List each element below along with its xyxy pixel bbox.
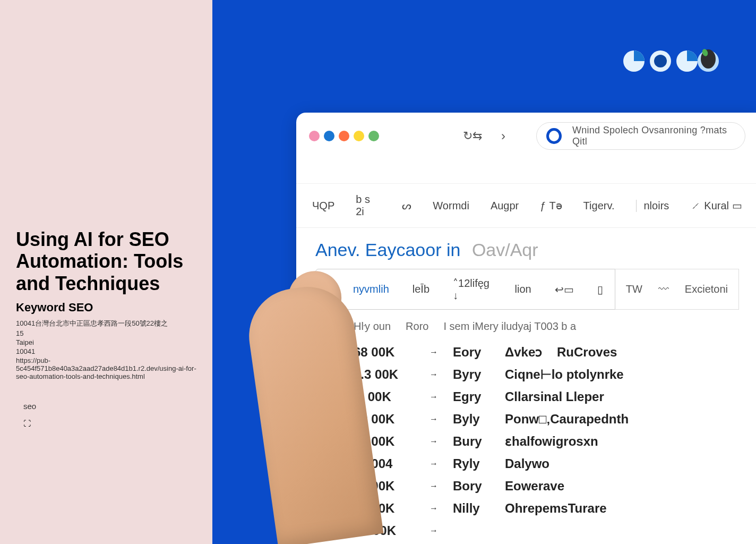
tab-item[interactable]: b s 2i	[356, 193, 381, 218]
row-count: 32 00K	[354, 434, 415, 449]
address-line-1: 10041台灣台北市中正區忠孝西路一段50號22樓之	[16, 319, 196, 328]
row-desc: Dalywo	[505, 456, 549, 471]
left-sidebar: Using AI for SEO Automation: Tools and T…	[0, 0, 212, 544]
table-row[interactable]: 80 00K→BylyPonw□‚Caurapednth	[354, 408, 739, 430]
tab-item[interactable]: nloirs	[636, 200, 669, 212]
tab-item[interactable]: Wormdi	[433, 200, 469, 212]
row-desc: ɛhalfowigrosxn	[505, 434, 598, 449]
row-count: 8E 00K	[354, 523, 415, 538]
tab-item[interactable]: ƒ Tə	[540, 199, 562, 212]
svg-point-0	[654, 55, 667, 67]
filter-tw[interactable]: TW	[626, 283, 642, 295]
row-count: 80 00K	[354, 412, 415, 427]
row-count: 80 00K	[354, 501, 415, 516]
filter-segment[interactable]: ˄12lifęg ↓	[441, 269, 503, 309]
arrow-icon: →	[429, 370, 438, 379]
address-zip: 10041	[16, 347, 196, 355]
row-mid: Nilly	[453, 501, 490, 516]
tabs-row: ЧQP b s 2i ᔕ Wormdi Augpr ƒ Tə Tigerv. n…	[296, 184, 756, 228]
page-subtitle: Keyword SEO	[16, 301, 196, 314]
arrow-icon: →	[429, 504, 438, 513]
tab-item[interactable]: ⟋ Kural ▭	[690, 199, 742, 212]
row-desc: RuCroves	[557, 345, 617, 360]
dot-icon	[368, 131, 379, 141]
arrow-icon: →	[429, 414, 438, 424]
row-mid: Ryly	[453, 456, 490, 471]
filter-segment[interactable]: nyvmlih	[316, 276, 401, 303]
titlebar: ↻⇆ › Wnind Spolech Ovsanroning ?mats Qit…	[296, 113, 756, 159]
table-row[interactable]: 32 00K→Buryɛhalfowigrosxn	[354, 430, 739, 453]
table-row[interactable]: 68 00K→EoryΔvkeɔRuCroves	[354, 341, 739, 363]
row-desc: OhrepemsTurare	[505, 501, 607, 516]
row-mid: Byly	[453, 412, 490, 427]
row-count: 17 004	[354, 456, 415, 471]
arrow-icon: →	[429, 526, 438, 536]
filter-segment-icon[interactable]: ↩▭	[543, 276, 586, 303]
filter-main: nyvmlih leĪb ˄12lifęg ↓ lion ↩▭ ▯	[315, 269, 615, 310]
address-line-2: 15	[16, 329, 196, 337]
browser-window: ↻⇆ › Wnind Spolech Ovsanroning ?mats Qit…	[296, 113, 756, 544]
logo-row	[618, 45, 724, 77]
filter-segment[interactable]: lion	[503, 276, 543, 303]
arrow-icon: →	[429, 392, 438, 402]
row-mid: Bory	[453, 479, 490, 494]
filter-icon[interactable]: 〰	[658, 283, 669, 295]
arrow-icon: →	[429, 459, 438, 469]
tab-item[interactable]: Augpr	[491, 200, 519, 212]
expand-icon[interactable]: ⛶	[23, 419, 196, 428]
row-count: 32 00K	[354, 479, 415, 494]
arrow-icon: →	[429, 481, 438, 491]
data-list: 68 00K→EoryΔvkeɔRuCroves1.3 00K→ByryCiqn…	[296, 338, 756, 544]
tab-item[interactable]: ЧQP	[312, 200, 334, 212]
table-row[interactable]: 1.3 00K→ByryCiqne⊢lo ptolynrke	[354, 363, 739, 386]
traffic-lights	[309, 131, 379, 141]
heading-primary: Anev. Еaycaoor in	[315, 240, 460, 260]
table-row[interactable]: 32 00K→BoryEowerave	[354, 475, 739, 497]
col-header: Hŀy oun	[354, 320, 391, 333]
dot-icon	[354, 131, 364, 141]
arrow-icon: →	[429, 347, 438, 357]
page-title: Using AI for SEO Automation: Tools and T…	[16, 228, 196, 294]
address-city: Taipei	[16, 338, 196, 346]
row-mid2: Δvkeɔ	[505, 345, 542, 360]
tab-icon[interactable]: ᔕ	[402, 199, 411, 212]
filter-exciton[interactable]: Excietoni	[685, 283, 728, 295]
row-count: 1.3 00K	[354, 367, 415, 382]
content-heading: Anev. Еaycaoor in Oav/Aqr	[296, 228, 756, 267]
search-bar[interactable]: Wnind Spolech Ovsanroning ?mats Qitl	[536, 122, 745, 150]
filter-segment[interactable]: leĪb	[401, 276, 441, 303]
row-desc: Cllarsinal Lleper	[505, 389, 604, 404]
col-header: Roro	[406, 320, 428, 333]
row-mid: Byry	[453, 367, 490, 382]
table-row[interactable]: 17 004→RylyDalywo	[354, 453, 739, 475]
row-desc: Ponw□‚Caurapednth	[505, 412, 629, 427]
tab-item[interactable]: Tigerv.	[583, 200, 615, 212]
reload-icon[interactable]: ↻⇆	[463, 129, 482, 143]
row-desc: Eowerave	[505, 479, 564, 494]
seo-chip[interactable]: seo	[16, 397, 44, 415]
filter-bar: nyvmlih leĪb ˄12lifęg ↓ lion ↩▭ ▯ TW 〰 E…	[315, 269, 739, 310]
search-text: Wnind Spolech Ovsanroning ?mats Qitl	[572, 125, 735, 147]
arrow-icon: →	[429, 437, 438, 446]
table-row[interactable]: 80 00K→NillyOhrepemsTurare	[354, 497, 739, 520]
filter-segment-icon[interactable]: ▯	[586, 276, 615, 303]
col-header: I sem iMery iludyaj T003 b a	[443, 320, 576, 333]
row-mid: Eory	[453, 345, 490, 360]
table-header: Hŀy oun Roro I sem iMery iludyaj T003 b …	[296, 315, 756, 338]
spacer	[296, 159, 756, 184]
row-count: 68 00K	[354, 345, 415, 360]
search-circle-icon	[546, 128, 562, 144]
dot-icon	[324, 131, 334, 141]
row-mid: Egry	[453, 389, 490, 404]
row-mid: Bury	[453, 434, 490, 449]
table-row[interactable]: 8I 00K→EgryCllarsinal Lleper	[354, 386, 739, 408]
logo-icon	[618, 45, 724, 77]
table-row[interactable]: 8E 00K→	[354, 520, 739, 542]
row-desc: Ciqne⊢lo ptolynrke	[505, 367, 624, 382]
source-url: https://pub-5c454f571b8e40a3a2aad27ade84…	[16, 356, 196, 380]
dot-icon	[339, 131, 349, 141]
row-count: 8I 00K	[354, 389, 415, 404]
filter-aside: TW 〰 Excietoni	[615, 269, 739, 310]
dot-icon	[309, 131, 320, 141]
chevron-right-icon[interactable]: ›	[501, 129, 505, 143]
